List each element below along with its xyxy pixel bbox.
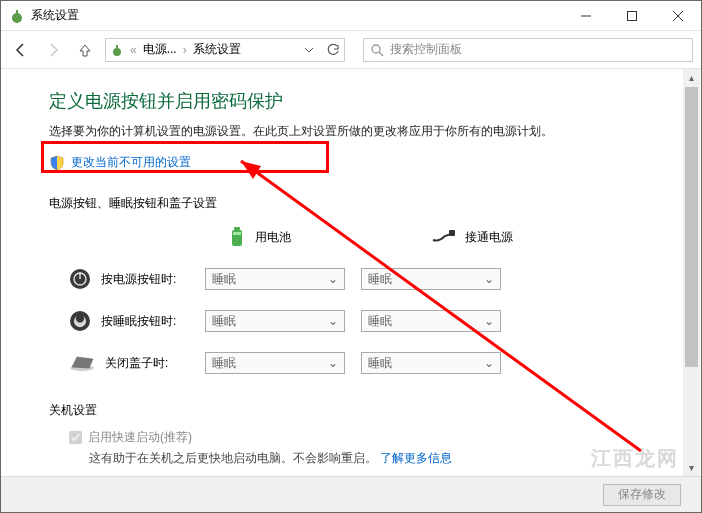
search-placeholder: 搜索控制面板 <box>390 41 462 58</box>
lid-plugged-select[interactable]: 睡眠⌄ <box>361 352 501 374</box>
titlebar: 系统设置 <box>1 1 701 31</box>
footer: 保存修改 <box>1 476 701 512</box>
power-battery-select[interactable]: 睡眠⌄ <box>205 268 345 290</box>
save-button[interactable]: 保存修改 <box>603 484 681 506</box>
close-button[interactable] <box>655 1 701 30</box>
battery-icon <box>229 226 245 248</box>
scroll-down-arrow[interactable]: ▾ <box>683 459 700 476</box>
svg-point-17 <box>70 311 90 331</box>
power-plugged-select[interactable]: 睡眠⌄ <box>361 268 501 290</box>
svg-rect-11 <box>234 227 240 230</box>
battery-col-label: 用电池 <box>255 229 291 246</box>
chevron-down-icon: ⌄ <box>328 314 338 328</box>
up-button[interactable] <box>73 38 97 62</box>
shutdown-section-heading: 关机设置 <box>49 402 661 419</box>
breadcrumb-1[interactable]: 电源... <box>143 41 177 58</box>
search-input[interactable]: 搜索控制面板 <box>363 38 693 62</box>
chevron-down-icon: ⌄ <box>484 272 494 286</box>
svg-rect-12 <box>233 232 241 235</box>
address-icon <box>110 43 124 57</box>
power-button-icon <box>69 268 91 290</box>
svg-rect-7 <box>116 45 118 49</box>
watermark: 江西龙网 <box>591 445 679 472</box>
sleep-plugged-select[interactable]: 睡眠⌄ <box>361 310 501 332</box>
vertical-scrollbar[interactable]: ▴ ▾ <box>683 69 700 476</box>
page-desc: 选择要为你的计算机设置的电源设置。在此页上对设置所做的更改将应用于你所有的电源计… <box>49 123 661 140</box>
address-bar[interactable]: « 电源... › 系统设置 <box>105 38 345 62</box>
svg-rect-3 <box>628 11 637 20</box>
lid-battery-select[interactable]: 睡眠⌄ <box>205 352 345 374</box>
shield-icon <box>49 155 65 171</box>
chevron-down-icon: ⌄ <box>484 356 494 370</box>
svg-line-9 <box>379 52 383 56</box>
search-icon <box>370 43 384 57</box>
address-dropdown[interactable] <box>302 45 316 55</box>
window-controls <box>563 1 701 30</box>
scroll-up-arrow[interactable]: ▴ <box>683 69 700 86</box>
chevron-down-icon: ⌄ <box>328 272 338 286</box>
svg-rect-1 <box>16 10 18 15</box>
lid-label: 关闭盖子时: <box>105 355 168 372</box>
sleep-battery-select[interactable]: 睡眠⌄ <box>205 310 345 332</box>
change-unavailable-link[interactable]: 更改当前不可用的设置 <box>71 154 191 171</box>
columns-header: 用电池 接通电源 <box>49 226 661 248</box>
window-title: 系统设置 <box>31 7 563 24</box>
maximize-button[interactable] <box>609 1 655 30</box>
forward-button[interactable] <box>41 38 65 62</box>
svg-point-8 <box>372 45 380 53</box>
window-icon <box>9 8 25 24</box>
svg-rect-13 <box>449 230 455 236</box>
lid-icon <box>69 354 95 372</box>
buttons-section-heading: 电源按钮、睡眠按钮和盖子设置 <box>49 195 661 212</box>
learn-more-link[interactable]: 了解更多信息 <box>380 451 452 465</box>
power-button-label: 按电源按钮时: <box>101 271 176 288</box>
breadcrumb-sep: › <box>181 43 189 57</box>
power-button-row: 按电源按钮时: 睡眠⌄ 睡眠⌄ <box>49 268 661 290</box>
plug-icon <box>431 230 455 244</box>
breadcrumb-2[interactable]: 系统设置 <box>193 41 241 58</box>
sleep-button-icon <box>69 310 91 332</box>
toolbar: « 电源... › 系统设置 搜索控制面板 <box>1 31 701 69</box>
content-area: 定义电源按钮并启用密码保护 选择要为你的计算机设置的电源设置。在此页上对设置所做… <box>1 69 701 476</box>
chevron-down-icon: ⌄ <box>484 314 494 328</box>
plugged-col-label: 接通电源 <box>465 229 513 246</box>
sleep-button-label: 按睡眠按钮时: <box>101 313 176 330</box>
svg-point-6 <box>113 48 121 56</box>
page-heading: 定义电源按钮并启用密码保护 <box>49 89 661 113</box>
breadcrumb-sep: « <box>128 43 139 57</box>
refresh-button[interactable] <box>326 43 340 57</box>
fastboot-label: 启用快速启动(推荐) <box>88 429 192 446</box>
fastboot-checkbox[interactable] <box>69 431 82 444</box>
minimize-button[interactable] <box>563 1 609 30</box>
scroll-thumb[interactable] <box>685 87 698 367</box>
chevron-down-icon: ⌄ <box>328 356 338 370</box>
fastboot-desc: 这有助于在关机之后更快地启动电脑。不会影响重启。 了解更多信息 <box>49 450 661 467</box>
back-button[interactable] <box>9 38 33 62</box>
sleep-button-row: 按睡眠按钮时: 睡眠⌄ 睡眠⌄ <box>49 310 661 332</box>
lid-row: 关闭盖子时: 睡眠⌄ 睡眠⌄ <box>49 352 661 374</box>
